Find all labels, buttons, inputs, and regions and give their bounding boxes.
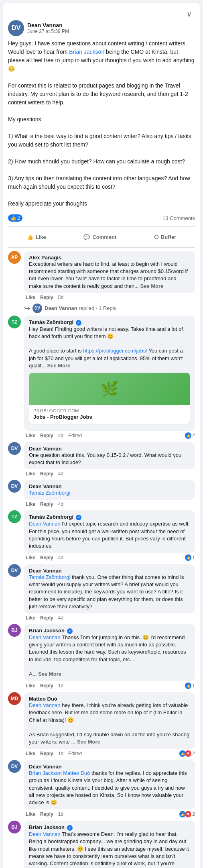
post-author-name[interactable]: Dean Vannan <box>27 22 69 29</box>
problogger-link[interactable]: https://problogger.com/jobs/ <box>83 348 147 354</box>
comment-author: Brian Jackson ✓ <box>29 824 73 830</box>
mention-tamas-2[interactable]: Tamás Zsömborgi <box>29 574 70 580</box>
see-more-link[interactable]: See More <box>140 283 164 289</box>
link-preview[interactable]: 🌿 PROBLOGGER.COM Jobs - ProBlogger Jobs <box>29 373 190 424</box>
like-action[interactable]: Like <box>26 295 35 300</box>
mention-brian-2[interactable]: Brian Jackson <box>29 770 62 776</box>
reply-action[interactable]: Reply <box>40 433 53 438</box>
comment-time: 1d <box>58 751 63 756</box>
like-action[interactable]: Like <box>26 433 35 438</box>
avatar: DV <box>8 760 21 773</box>
buffer-button[interactable]: ⬡ Buffer <box>148 232 183 242</box>
like-action[interactable]: Like <box>26 683 35 689</box>
comment-actions: Like Reply 4d Edited 👍 2 <box>24 432 195 439</box>
comment-actions: Like Reply 1d 👍 1 <box>24 683 195 689</box>
comment-author: Tamás Zsömborgi ✓ <box>29 514 81 520</box>
comment-item: TZ Tamás Zsömborgi ✓ Hey Dean! Finding g… <box>8 316 195 439</box>
reply-action[interactable]: Reply <box>40 683 53 689</box>
divider-2 <box>8 247 195 248</box>
comment-time: 4d <box>58 555 63 560</box>
mention-dean-4[interactable]: Dean Vannan <box>29 831 61 837</box>
heart-reaction-icon: ❤ <box>185 750 191 757</box>
comment-bubble: Dean Vannan Brian Jackson Matteo Duò tha… <box>24 760 195 809</box>
see-more-link[interactable]: See More <box>38 671 61 677</box>
comment-item: MD Matteo Duò Dean Vannan hey there, I t… <box>8 692 195 757</box>
comment-item: BJ Brian Jackson ✓ Dean Vannan Thanks To… <box>8 624 195 689</box>
post-meta: Dean Vannan June 27 at 5:39 PM <box>27 22 69 34</box>
mention-matteo[interactable]: Matteo Duò <box>63 770 90 776</box>
comment-bubble: Tamás Zsömborgi ✓ Hey Dean! Finding good… <box>24 316 195 431</box>
reply-action[interactable]: Reply <box>40 471 53 477</box>
like-reaction-icon: 👍 <box>185 683 191 689</box>
comment-author: Matteo Duò <box>29 696 57 702</box>
post-body: Hey guys. I have some questions about co… <box>8 39 195 208</box>
see-more-link[interactable]: See More <box>47 363 71 369</box>
comment-text: Hey Dean! Finding good writers is not ea… <box>29 326 190 369</box>
comment-actions: Like Reply 5d <box>24 295 195 300</box>
more-options-icon[interactable]: ∨ <box>187 10 192 18</box>
comment-text: Dean Vannan Thanks Tom for jumping in on… <box>29 634 190 678</box>
verified-badge: ✓ <box>76 320 81 326</box>
post-time: June 27 at 5:39 PM <box>27 29 69 34</box>
reaction-count: 👍 ❤ 2 <box>179 750 195 757</box>
post-header: DV Dean Vannan June 27 at 5:39 PM <box>8 20 195 36</box>
divider <box>8 226 195 227</box>
see-more-link[interactable]: See More <box>77 739 100 745</box>
comment-actions: Like Reply 1d Edited 👍 ❤ 2 <box>24 750 195 757</box>
post-card: ∨ DV Dean Vannan June 27 at 5:39 PM Hey … <box>3 3 200 868</box>
comment-button[interactable]: 💬 Comment <box>77 232 123 242</box>
like-action[interactable]: Like <box>26 555 35 560</box>
comment-time: 4d <box>58 501 63 507</box>
reply-action[interactable]: Reply <box>40 501 53 507</box>
comment-time: 5d <box>58 295 63 300</box>
mention-dean-3[interactable]: Dean Vannan <box>29 702 61 708</box>
avatar: DV <box>8 480 21 493</box>
mention-tamas[interactable]: Tamás Zsömborgi <box>29 490 70 496</box>
reply-action[interactable]: Reply <box>40 555 53 560</box>
comment-bubble: Dean Vannan Tamás Zsömborgi thank you. O… <box>24 564 195 613</box>
reply-action[interactable]: Reply <box>40 751 53 756</box>
mention-dean-2[interactable]: Dean Vannan <box>29 634 61 640</box>
like-action[interactable]: Like <box>26 615 35 621</box>
link-preview-domain: PROBLOGGER.COM <box>33 408 186 413</box>
action-buttons: 👍 Like 💬 Comment ⬡ Buffer <box>8 230 195 244</box>
comment-icon: 💬 <box>83 234 90 240</box>
like-reaction-badge: 👍 2 <box>8 214 22 222</box>
like-action[interactable]: Like <box>26 811 35 817</box>
comment-text: Dean Vannan That's awesome Dean, I'm rea… <box>29 831 190 868</box>
mention-brian-jackson[interactable]: Brian Jackson <box>69 49 104 55</box>
verified-badge: ✓ <box>67 628 73 634</box>
comment-text: Exceptional writers are hard to find, at… <box>29 261 190 290</box>
reply-action[interactable]: Reply <box>40 615 53 621</box>
post-author-avatar: DV <box>8 20 24 36</box>
comment-text: Dean Vannan I'd expect topic research an… <box>29 520 190 550</box>
comment-actions: Like Reply 1d 👍 ❤ 2 <box>24 811 195 817</box>
comment-time: 4d <box>58 615 63 621</box>
comment-item: BJ Brian Jackson ✓ Dean Vannan That's aw… <box>8 821 195 868</box>
link-preview-title: Jobs - ProBlogger Jobs <box>33 414 186 421</box>
verified-badge: ✓ <box>76 515 81 520</box>
avatar: DV <box>8 564 21 577</box>
comment-author: Tamás Zsömborgi ✓ <box>29 319 81 325</box>
comment-item: AP Alex Panagis Exceptional writers are … <box>8 251 195 300</box>
like-action[interactable]: Like <box>26 751 35 756</box>
comment-text: One question about this. You say 0.15-0.… <box>29 452 190 466</box>
like-action[interactable]: Like <box>26 471 35 477</box>
like-action[interactable]: Like <box>26 501 35 507</box>
heart-reaction-icon: ❤ <box>185 811 191 817</box>
reply-action[interactable]: Reply <box>40 295 53 300</box>
mention-dean[interactable]: Dean Vannan <box>29 521 61 527</box>
comment-author: Dean Vannan <box>29 764 62 770</box>
comments-section: AP Alex Panagis Exceptional writers are … <box>8 251 195 868</box>
reply-text: Dean Vannan replied · 1 Reply <box>45 305 116 311</box>
comment-bubble: Dean Vannan One question about this. You… <box>24 442 195 469</box>
reaction-count: 👍 1 <box>185 683 195 689</box>
top-bar: ∨ <box>8 8 195 20</box>
comment-time: 1d <box>58 811 63 817</box>
comments-count[interactable]: 13 Comments <box>162 215 195 221</box>
comment-time: 1d <box>58 683 63 689</box>
comment-author: Alex Panagis <box>29 255 61 261</box>
like-button[interactable]: 👍 Like <box>20 232 53 242</box>
reply-action[interactable]: Reply <box>40 811 53 817</box>
reactions-row: 👍 2 13 Comments <box>8 213 195 223</box>
